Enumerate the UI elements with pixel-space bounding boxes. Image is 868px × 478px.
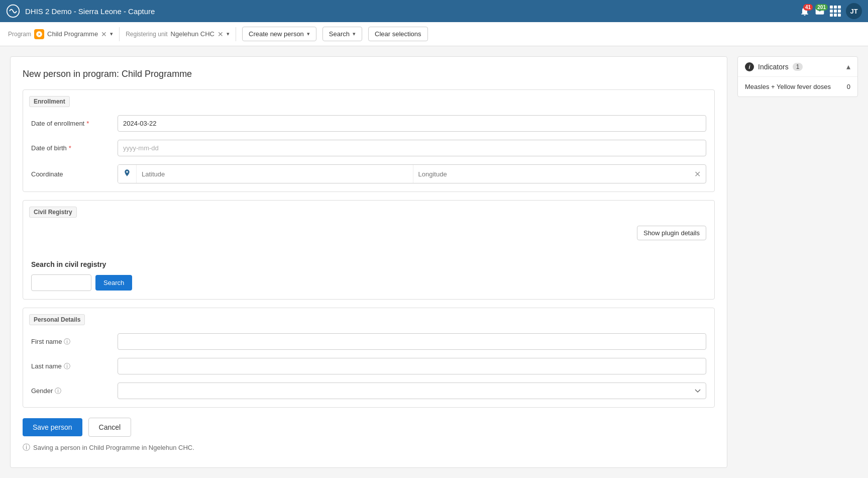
last-name-input[interactable] xyxy=(118,358,706,374)
personal-details-label: Personal Details xyxy=(29,314,85,325)
messages-badge: 201 xyxy=(815,4,828,11)
date-of-birth-row: Date of birth * xyxy=(31,140,706,156)
form-actions: Save person Cancel xyxy=(23,418,715,437)
clear-selections-button[interactable]: Clear selections xyxy=(368,27,428,41)
app-title: DHIS 2 Demo - Sierra Leone - Capture xyxy=(25,7,155,16)
personal-details-body: First name ⓘ Last name ⓘ Gender ⓘ xyxy=(23,325,714,407)
coordinate-input-group: ✕ xyxy=(118,164,706,183)
notifications-badge: 41 xyxy=(803,4,813,11)
cancel-button[interactable]: Cancel xyxy=(88,418,132,437)
enrollment-section-label: Enrollment xyxy=(29,96,70,107)
indicators-collapse-button[interactable]: ▴ xyxy=(846,62,850,71)
program-badge xyxy=(34,29,44,39)
enrollment-date-row: Date of enrollment * xyxy=(31,115,706,132)
registering-label: Registering unit xyxy=(126,31,167,38)
chevron-down-icon-search: ▾ xyxy=(353,31,356,37)
civil-registry-section: Civil Registry Show plugin details Searc… xyxy=(23,200,715,300)
program-name: Child Programme xyxy=(47,30,98,38)
registering-unit-name: Ngelehun CHC xyxy=(171,30,214,38)
chevron-down-icon-create: ▾ xyxy=(307,31,310,37)
sub-nav: Program Child Programme ✕ ▾ Registering … xyxy=(0,22,868,46)
unit-dropdown-button[interactable]: ▾ xyxy=(227,31,230,37)
program-selector: Program Child Programme ✕ ▾ xyxy=(8,29,113,39)
first-name-row: First name ⓘ xyxy=(31,333,706,350)
enrollment-section: Enrollment Date of enrollment * Date of … xyxy=(23,89,715,192)
indicators-icon: i xyxy=(745,62,754,71)
program-dropdown-button[interactable]: ▾ xyxy=(110,31,113,37)
coordinate-clear-button[interactable]: ✕ xyxy=(689,165,706,183)
personal-details-section: Personal Details First name ⓘ Last name … xyxy=(23,308,715,408)
indicators-panel: i Indicators 1 ▴ Measles + Yellow fever … xyxy=(737,56,858,97)
remove-unit-button[interactable]: ✕ xyxy=(218,30,224,38)
required-marker-dob: * xyxy=(69,144,71,152)
main-content: New person in program: Child Programme E… xyxy=(0,46,868,478)
civil-search-input[interactable] xyxy=(31,274,91,291)
coordinate-row: Coordinate ✕ xyxy=(31,164,706,183)
form-container: New person in program: Child Programme E… xyxy=(10,56,727,468)
apps-button[interactable] xyxy=(830,6,841,17)
info-icon: ⓘ xyxy=(23,443,30,452)
chevron-down-icon: ▾ xyxy=(110,31,113,37)
enrollment-date-label: Date of enrollment * xyxy=(31,120,112,127)
remove-program-button[interactable]: ✕ xyxy=(101,30,107,38)
indicators-header: i Indicators 1 ▴ xyxy=(738,57,857,77)
pin-icon xyxy=(118,165,137,183)
top-nav: DHIS 2 Demo - Sierra Leone - Capture 41 … xyxy=(0,0,868,22)
search-button[interactable]: Search ▾ xyxy=(322,27,362,41)
app-logo xyxy=(6,4,20,18)
civil-registry-label: Civil Registry xyxy=(29,207,77,218)
program-label: Program xyxy=(8,31,31,38)
required-marker: * xyxy=(86,120,89,127)
save-person-button[interactable]: Save person xyxy=(23,418,82,436)
indicators-title: i Indicators 1 xyxy=(745,62,803,71)
divider xyxy=(119,27,120,41)
civil-search-row: Search xyxy=(31,274,706,291)
indicator-row: Measles + Yellow fever doses 0 xyxy=(738,77,857,97)
page-title: New person in program: Child Programme xyxy=(23,69,715,79)
enrollment-date-input[interactable] xyxy=(118,115,706,132)
gender-select[interactable]: Male Female Other xyxy=(118,383,706,399)
indicators-count-badge: 1 xyxy=(793,63,803,71)
gender-info-icon: ⓘ xyxy=(55,387,61,396)
date-of-birth-input[interactable] xyxy=(118,140,706,156)
indicator-value: 0 xyxy=(847,83,850,90)
latitude-input[interactable] xyxy=(137,166,413,182)
chevron-down-icon-unit: ▾ xyxy=(227,31,230,37)
last-name-label: Last name ⓘ xyxy=(31,362,112,371)
user-avatar[interactable]: JT xyxy=(846,3,862,19)
civil-registry-body: Show plugin details Search in civil regi… xyxy=(23,218,714,299)
indicator-name: Measles + Yellow fever doses xyxy=(745,83,831,90)
gender-row: Gender ⓘ Male Female Other xyxy=(31,383,706,399)
last-name-info-icon: ⓘ xyxy=(64,362,70,371)
registering-unit-selector: Registering unit Ngelehun CHC ✕ ▾ xyxy=(126,30,230,38)
last-name-row: Last name ⓘ xyxy=(31,358,706,374)
first-name-input[interactable] xyxy=(118,333,706,350)
gender-label: Gender ⓘ xyxy=(31,387,112,396)
divider2 xyxy=(236,27,236,41)
saving-note: ⓘ Saving a person in Child Programme in … xyxy=(23,443,715,452)
first-name-label: First name ⓘ xyxy=(31,337,112,346)
grid-icon xyxy=(830,6,841,17)
coordinate-label: Coordinate xyxy=(31,170,112,178)
first-name-info-icon: ⓘ xyxy=(64,337,70,346)
enrollment-section-body: Date of enrollment * Date of birth * Coo… xyxy=(23,107,714,192)
date-of-birth-label: Date of birth * xyxy=(31,144,112,152)
notifications-button[interactable]: 41 xyxy=(800,6,810,16)
right-panel: i Indicators 1 ▴ Measles + Yellow fever … xyxy=(737,56,858,468)
nav-left: DHIS 2 Demo - Sierra Leone - Capture xyxy=(6,4,155,18)
search-civil-title: Search in civil registry xyxy=(31,260,706,268)
messages-button[interactable]: 201 xyxy=(815,6,825,16)
longitude-input[interactable] xyxy=(413,166,690,182)
create-new-person-button[interactable]: Create new person ▾ xyxy=(242,27,316,41)
nav-right: 41 201 JT xyxy=(800,3,862,19)
show-plugin-details-button[interactable]: Show plugin details xyxy=(637,226,706,240)
civil-search-button[interactable]: Search xyxy=(95,275,132,291)
